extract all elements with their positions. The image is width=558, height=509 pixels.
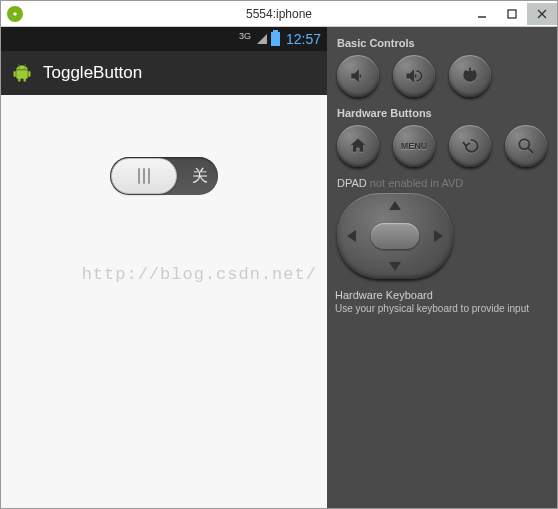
svg-rect-1 <box>508 10 516 18</box>
toggle-button[interactable]: 关 <box>110 157 218 195</box>
volume-up-button[interactable] <box>393 55 435 97</box>
menu-label: MENU <box>401 141 428 151</box>
network-indicator: 3G <box>239 31 251 41</box>
hw-keyboard-heading: Hardware Keyboard <box>335 289 549 301</box>
minimize-button[interactable] <box>467 3 497 25</box>
menu-button[interactable]: MENU <box>393 125 435 167</box>
dpad-up[interactable] <box>389 201 401 210</box>
basic-controls-heading: Basic Controls <box>337 37 549 49</box>
window-title: 5554:iphone <box>246 7 312 21</box>
hw-keyboard-sub: Use your physical keyboard to provide in… <box>335 303 549 314</box>
search-icon <box>516 136 536 156</box>
volume-down-button[interactable] <box>337 55 379 97</box>
app-title: ToggleButton <box>43 63 142 83</box>
window-controls <box>467 3 557 25</box>
maximize-icon <box>507 9 517 19</box>
signal-icon <box>257 34 267 44</box>
dpad-right[interactable] <box>434 230 443 242</box>
close-icon <box>537 9 547 19</box>
dpad-down[interactable] <box>389 262 401 271</box>
dpad-heading: DPAD not enabled in AVD <box>337 177 549 189</box>
device-screen[interactable]: 3G 12:57 ToggleButton 关 <box>1 27 327 508</box>
window-titlebar: 5554:iphone <box>1 1 557 27</box>
battery-icon <box>271 32 280 46</box>
dpad-control <box>337 193 453 279</box>
power-icon <box>460 66 480 86</box>
dpad-left[interactable] <box>347 230 356 242</box>
svg-line-5 <box>529 149 533 153</box>
dpad-center[interactable] <box>371 223 419 249</box>
maximize-button[interactable] <box>497 3 527 25</box>
toggle-state-label: 关 <box>192 166 208 187</box>
clock-time: 12:57 <box>286 31 321 47</box>
volume-up-icon <box>404 66 424 86</box>
toggle-knob <box>111 158 177 194</box>
volume-down-icon <box>348 66 368 86</box>
emulator-window: 5554:iphone 3G 12:57 <box>0 0 558 509</box>
android-statusbar: 3G 12:57 <box>1 27 327 51</box>
search-button[interactable] <box>505 125 547 167</box>
close-button[interactable] <box>527 3 557 25</box>
watermark-text: http://blog.csdn.net/ <box>82 265 317 284</box>
home-button[interactable] <box>337 125 379 167</box>
android-icon <box>11 62 33 84</box>
app-actionbar: ToggleButton <box>1 51 327 95</box>
power-button[interactable] <box>449 55 491 97</box>
hardware-buttons-heading: Hardware Buttons <box>337 107 549 119</box>
svg-point-4 <box>519 139 529 149</box>
back-button[interactable] <box>449 125 491 167</box>
minimize-icon <box>477 9 487 19</box>
window-content: 3G 12:57 ToggleButton 关 <box>1 27 557 508</box>
app-content: 关 http://blog.csdn.net/ <box>1 95 327 508</box>
back-icon <box>460 136 480 156</box>
emulator-side-panel: Basic Controls Hardware Buttons MENU <box>327 27 557 508</box>
app-icon <box>7 6 23 22</box>
home-icon <box>348 136 368 156</box>
